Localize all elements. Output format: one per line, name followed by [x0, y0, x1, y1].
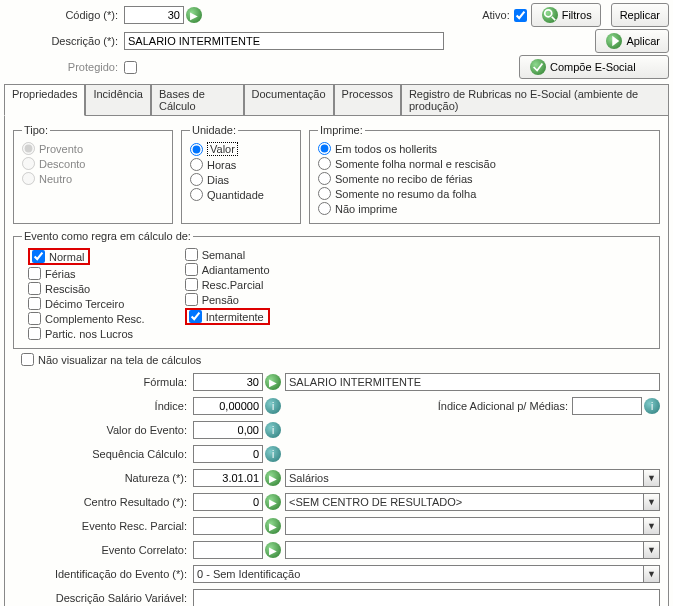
valor-evento-input[interactable] [193, 421, 263, 439]
evento-resc-combo[interactable]: ▼ [285, 517, 660, 535]
evento-resc-label: Evento Resc. Parcial: [13, 520, 193, 532]
evento-regra-legend: Evento como regra em cálculo de: [22, 230, 193, 242]
imprime-nao[interactable] [318, 202, 331, 215]
evento-correlato-input[interactable] [193, 541, 263, 559]
tab-bases[interactable]: Bases de Cálculo [151, 84, 244, 115]
unidade-horas[interactable] [190, 158, 203, 171]
codigo-lookup-icon[interactable]: ▶ [186, 7, 202, 23]
natureza-label: Natureza (*): [13, 472, 193, 484]
tipo-provento [22, 142, 35, 155]
aplicar-label: Aplicar [626, 35, 660, 47]
tipo-desconto [22, 157, 35, 170]
centro-label: Centro Resultado (*): [13, 496, 193, 508]
centro-combo[interactable]: <SEM CENTRO DE RESULTADO> ▼ [285, 493, 660, 511]
replicar-label: Replicar [620, 9, 660, 21]
tipo-neutro [22, 172, 35, 185]
formula-label: Fórmula: [13, 376, 193, 388]
formula-lookup-icon[interactable]: ▶ [265, 374, 281, 390]
evento-resc-input[interactable] [193, 517, 263, 535]
filtros-button[interactable]: Filtros [531, 3, 601, 27]
apply-icon [606, 33, 622, 49]
regra-normal[interactable] [32, 250, 45, 263]
centro-lookup-icon[interactable]: ▶ [265, 494, 281, 510]
unidade-valor[interactable] [190, 143, 203, 156]
imprime-legend: Imprime: [318, 124, 365, 136]
regra-partic[interactable] [28, 327, 41, 340]
aplicar-button[interactable]: Aplicar [595, 29, 669, 53]
svg-line-1 [551, 17, 555, 21]
indice-adicional-label: Índice Adicional p/ Médias: [438, 400, 568, 412]
unidade-dias[interactable] [190, 173, 203, 186]
regra-ferias[interactable] [28, 267, 41, 280]
evento-correlato-label: Evento Correlato: [13, 544, 193, 556]
natureza-lookup-icon[interactable]: ▶ [265, 470, 281, 486]
desc-salario-label: Descrição Salário Variável: [13, 592, 193, 604]
imprime-ferias[interactable] [318, 172, 331, 185]
natureza-combo[interactable]: Salários ▼ [285, 469, 660, 487]
desc-salario-input[interactable] [193, 589, 660, 606]
protegido-checkbox[interactable] [124, 61, 137, 74]
formula-combo[interactable]: SALARIO INTERMITENTE [285, 373, 660, 391]
tab-incidencia[interactable]: Incidência [85, 84, 151, 115]
indice-adicional-info-icon[interactable]: i [644, 398, 660, 414]
regra-complemento[interactable] [28, 312, 41, 325]
svg-point-0 [544, 10, 551, 17]
imprime-group: Imprime: Em todos os hollerits Somente f… [309, 124, 660, 224]
regra-rescisao[interactable] [28, 282, 41, 295]
centro-input[interactable] [193, 493, 263, 511]
valor-evento-info-icon[interactable]: i [265, 422, 281, 438]
identificacao-label: Identificação do Evento (*): [13, 568, 193, 580]
regra-adiantamento[interactable] [185, 263, 198, 276]
codigo-input[interactable] [124, 6, 184, 24]
ativo-checkbox[interactable] [514, 9, 527, 22]
tab-rubricas[interactable]: Registro de Rubricas no E-Social (ambien… [401, 84, 669, 115]
regra-semanal[interactable] [185, 248, 198, 261]
descricao-input[interactable] [124, 32, 444, 50]
evento-correlato-lookup-icon[interactable]: ▶ [265, 542, 281, 558]
imprime-todos[interactable] [318, 142, 331, 155]
regra-pensao[interactable] [185, 293, 198, 306]
chevron-down-icon: ▼ [643, 542, 659, 558]
regra-decimo[interactable] [28, 297, 41, 310]
sequencia-label: Sequência Cálculo: [13, 448, 193, 460]
compoe-esocial-button[interactable]: Compõe E-Social [519, 55, 669, 79]
unidade-quantidade[interactable] [190, 188, 203, 201]
nao-visualizar-checkbox[interactable] [21, 353, 34, 366]
chevron-down-icon: ▼ [643, 566, 659, 582]
codigo-label: Código (*): [4, 9, 124, 21]
nao-visualizar-label: Não visualizar na tela de cálculos [38, 354, 201, 366]
chevron-down-icon: ▼ [643, 518, 659, 534]
imprime-normal[interactable] [318, 157, 331, 170]
indice-input[interactable] [193, 397, 263, 415]
evento-regra-group: Evento como regra em cálculo de: Normal … [13, 230, 660, 349]
formula-input[interactable] [193, 373, 263, 391]
descricao-label: Descrição (*): [4, 35, 124, 47]
tab-processos[interactable]: Processos [334, 84, 401, 115]
protegido-label: Protegido: [4, 61, 124, 73]
regra-resc-parcial[interactable] [185, 278, 198, 291]
evento-resc-lookup-icon[interactable]: ▶ [265, 518, 281, 534]
sequencia-input[interactable] [193, 445, 263, 463]
tab-documentacao[interactable]: Documentação [244, 84, 334, 115]
identificacao-combo[interactable]: 0 - Sem Identificação ▼ [193, 565, 660, 583]
tipo-legend: Tipo: [22, 124, 50, 136]
indice-adicional-input[interactable] [572, 397, 642, 415]
tab-propriedades[interactable]: Propriedades [4, 84, 85, 116]
imprime-resumo[interactable] [318, 187, 331, 200]
unidade-group: Unidade: Valor Horas Dias Quantidade [181, 124, 301, 224]
sequencia-info-icon[interactable]: i [265, 446, 281, 462]
replicar-button[interactable]: Replicar [611, 3, 669, 27]
filtros-label: Filtros [562, 9, 592, 21]
regra-intermitente[interactable] [189, 310, 202, 323]
check-icon [530, 59, 546, 75]
chevron-down-icon: ▼ [643, 494, 659, 510]
indice-info-icon[interactable]: i [265, 398, 281, 414]
chevron-down-icon: ▼ [643, 470, 659, 486]
tipo-group: Tipo: Provento Desconto Neutro [13, 124, 173, 224]
valor-evento-label: Valor do Evento: [13, 424, 193, 436]
tab-strip: Propriedades Incidência Bases de Cálculo… [4, 84, 669, 116]
filter-icon [542, 7, 558, 23]
evento-correlato-combo[interactable]: ▼ [285, 541, 660, 559]
natureza-input[interactable] [193, 469, 263, 487]
unidade-legend: Unidade: [190, 124, 238, 136]
